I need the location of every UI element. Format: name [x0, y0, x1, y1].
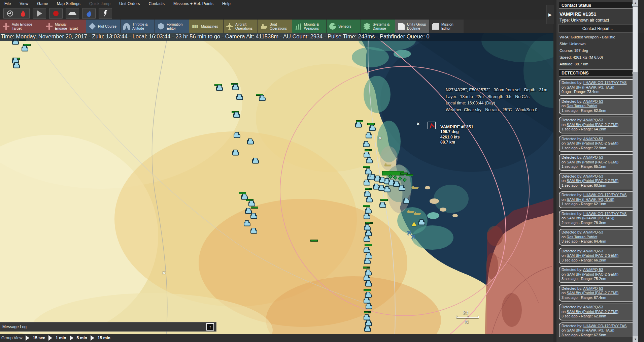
friendly-ground-unit-icon[interactable]: [364, 238, 370, 242]
unit-status-bar[interactable]: [251, 207, 258, 209]
ship-icon[interactable]: [407, 210, 414, 213]
friendly-ground-unit-icon[interactable]: [364, 328, 371, 332]
detection-card[interactable]: Detected by: AN/MPQ-53on SAM Bty (Patrio…: [559, 285, 636, 302]
friendly-ground-unit-icon[interactable]: [22, 47, 28, 52]
friendly-ground-unit-icon[interactable]: [233, 114, 240, 118]
reference-point-icon[interactable]: ×: [378, 137, 381, 140]
detection-platform-link[interactable]: SAM Bty (Patriot [PAC-2 GEM]): [567, 310, 618, 314]
flame-button[interactable]: [16, 8, 29, 19]
unit-status-bar[interactable]: [363, 166, 370, 168]
detection-card[interactable]: Detected by: I-HAWK OD-179/TVY TASon SAM…: [559, 191, 636, 208]
ship-icon[interactable]: [411, 186, 419, 189]
speed-step-icon[interactable]: [70, 335, 73, 341]
detection-card[interactable]: Detected by: AN/MPQ-53on SAM Bty (Patrio…: [559, 173, 636, 190]
ship-icon[interactable]: [384, 163, 392, 166]
friendly-ground-unit-icon[interactable]: [250, 229, 257, 234]
menu-item-unit-orders[interactable]: Unit Orders: [115, 0, 144, 7]
mounts-weapons-button[interactable]: Mounts &Weapons: [292, 20, 326, 33]
scrollbar-thumb[interactable]: [633, 6, 638, 72]
detection-card[interactable]: Detected by: AN/MPQ-53on SAM Bty (Patrio…: [559, 266, 636, 283]
plot-course-button[interactable]: Plot Course: [86, 20, 120, 33]
clock-button[interactable]: [4, 8, 16, 19]
detection-card[interactable]: Detected by: AN/MPQ-53on SAM Bty (Patrio…: [559, 154, 636, 171]
detection-platform-link[interactable]: SAM Bty (Patriot [PAC-2 GEM]): [567, 291, 618, 295]
detection-sensor-link[interactable]: AN/MPQ-53: [583, 155, 603, 159]
boat-operations-button[interactable]: BoatOperations: [258, 20, 292, 33]
detection-sensor-link[interactable]: AN/MPQ-53: [583, 174, 603, 178]
detection-platform-link[interactable]: SAM Bty (I-HAWK [P3, TAS]): [567, 85, 614, 89]
friendly-ground-unit-icon[interactable]: [232, 86, 239, 90]
friendly-ground-unit-icon[interactable]: [379, 204, 386, 208]
systems-damage-button[interactable]: Systems &Damage: [361, 20, 395, 33]
detection-platform-link[interactable]: SAM Bty (Patriot [PAC-2 GEM]): [567, 123, 618, 127]
friendly-ground-unit-icon[interactable]: [365, 282, 372, 287]
sensors-button[interactable]: Sensors: [327, 20, 361, 33]
reference-point-icon[interactable]: ×: [162, 271, 165, 275]
friendly-ground-unit-icon[interactable]: [236, 96, 243, 100]
detection-sensor-link[interactable]: AN/MPQ-53: [583, 268, 603, 272]
speed-option-5-min[interactable]: 5 min: [77, 336, 87, 340]
friendly-ground-unit-icon[interactable]: [355, 123, 362, 128]
detection-sensor-link[interactable]: AN/MPQ-53: [583, 99, 603, 103]
sidebar-expand-button[interactable]: ▶: [546, 5, 554, 24]
detection-platform-link[interactable]: Ras Tanura Patriot: [567, 104, 597, 108]
unit-status-bar[interactable]: [365, 149, 372, 151]
friendly-ground-unit-icon[interactable]: [259, 97, 266, 101]
friendly-ground-unit-icon[interactable]: [366, 134, 372, 138]
detection-sensor-link[interactable]: I-HAWK OD-179/TVY TAS: [583, 212, 627, 216]
menu-item-contacts[interactable]: Contacts: [144, 0, 169, 7]
detection-card[interactable]: Detected by: I-HAWK OD-179/TVY TASon SAM…: [559, 210, 636, 227]
detection-card[interactable]: Detected by: AN/MPQ-53on Ras Tanura Patr…: [559, 229, 636, 246]
message-log-bar[interactable]: Message Log ↑: [0, 322, 216, 332]
friendly-ground-unit-icon[interactable]: [12, 40, 19, 45]
friendly-ground-unit-icon[interactable]: [384, 188, 391, 192]
friendly-ground-unit-icon[interactable]: [232, 151, 239, 156]
detection-card[interactable]: Detected by: AN/MPQ-53on SAM Bty (Patrio…: [559, 135, 636, 152]
friendly-ground-unit-icon[interactable]: [216, 87, 223, 91]
detection-card[interactable]: Detected by: I-HAWK OD-179/TVY TASon SAM…: [559, 79, 636, 96]
speed-step-icon[interactable]: [91, 335, 94, 341]
contact-report-button[interactable]: Contact Report...: [559, 25, 636, 32]
reference-point-icon[interactable]: ×: [416, 122, 419, 126]
facility-icon[interactable]: [393, 176, 398, 180]
detection-platform-link[interactable]: SAM Bty (I-HAWK [P3, TAS]): [567, 328, 614, 332]
speed-option-15-sec[interactable]: 15 sec: [33, 336, 45, 340]
mission-editor-button[interactable]: MissionEditor: [430, 20, 464, 33]
detection-sensor-link[interactable]: I-HAWK OD-179/TVY TAS: [583, 324, 627, 328]
friendly-ground-unit-icon[interactable]: [13, 64, 20, 68]
detection-platform-link[interactable]: SAM Bty (Patriot [PAC-2 GEM]): [567, 141, 618, 145]
platform-button[interactable]: [66, 8, 79, 19]
unit-status-bar[interactable]: [380, 199, 388, 201]
detection-sensor-link[interactable]: AN/MPQ-53: [583, 118, 603, 122]
friendly-ground-unit-icon[interactable]: [245, 210, 252, 214]
lightning-button[interactable]: [99, 8, 112, 19]
throttle-altitude-button[interactable]: Throttle &Altitude: [121, 20, 155, 33]
detection-sensor-link[interactable]: AN/MPQ-53: [583, 249, 603, 253]
friendly-ground-unit-icon[interactable]: [366, 305, 372, 309]
detection-sensor-link[interactable]: AN/MPQ-53: [583, 305, 603, 309]
manual-engage-target-button[interactable]: ManualEngage Target: [43, 20, 86, 33]
detection-platform-link[interactable]: Ras Tanura Patriot: [567, 235, 597, 239]
friendly-ground-unit-icon[interactable]: [244, 222, 250, 226]
hostile-missile-icon[interactable]: [428, 122, 436, 129]
group-view-label[interactable]: Group View: [1, 336, 22, 340]
detection-sensor-link[interactable]: I-HAWK OD-179/TVY TAS: [583, 193, 627, 197]
menu-item-view[interactable]: View: [15, 0, 33, 7]
unit-status-bar[interactable]: [406, 174, 413, 176]
detection-card[interactable]: Detected by: AN/MPQ-53on Ras Tanura Patr…: [559, 98, 636, 115]
unit-status-bar[interactable]: [363, 267, 370, 269]
detection-card[interactable]: Detected by: AN/MPQ-53on SAM Bty (Patrio…: [559, 304, 636, 320]
friendly-ground-unit-icon[interactable]: [250, 215, 257, 219]
scroll-up-icon[interactable]: ▲: [633, 0, 638, 6]
menu-item-game[interactable]: Game: [33, 0, 53, 7]
auto-engage-target-button[interactable]: Auto EngageTarget: [0, 20, 43, 33]
unit-status-bar[interactable]: [365, 188, 372, 190]
speed-option-1-min[interactable]: 1 min: [56, 336, 66, 340]
detection-card[interactable]: Detected by: I-HAWK OD-179/TVY TASon SAM…: [559, 322, 636, 338]
sidebar-scrollbar[interactable]: ▲ ▼: [633, 0, 638, 342]
unit-status-bar[interactable]: [365, 244, 372, 246]
formation-editor-button[interactable]: FormationEditor: [155, 20, 189, 33]
play-button[interactable]: [33, 8, 46, 19]
friendly-ground-unit-icon[interactable]: [364, 215, 370, 219]
menu-item-missions-ref-points[interactable]: Missions + Ref. Points: [169, 0, 218, 7]
